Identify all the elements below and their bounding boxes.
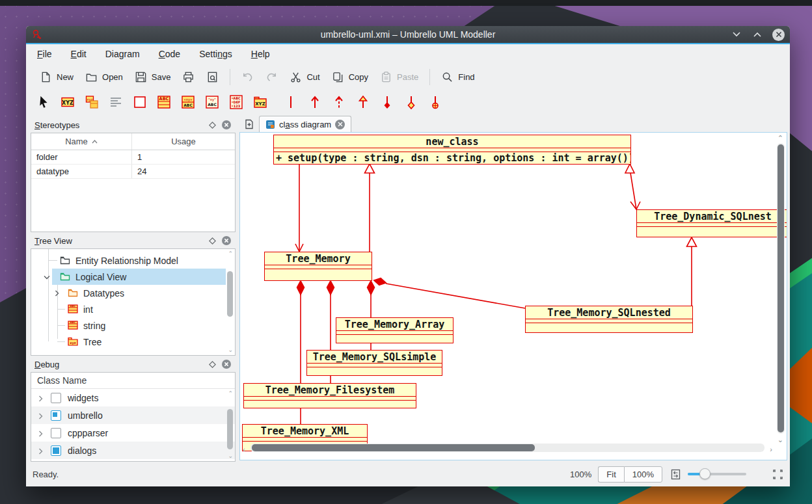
menu-code[interactable]: Code (159, 49, 180, 59)
select-tool[interactable] (35, 94, 52, 111)
relation-generalization-treedynamic-newclass[interactable] (625, 164, 640, 209)
redo-button[interactable] (260, 68, 284, 86)
datatype-tool[interactable]: "xy"ABC (204, 94, 221, 111)
tree-view-dock-header[interactable]: Tree View (30, 233, 236, 248)
minimize-icon[interactable] (731, 29, 742, 40)
tab-close-icon[interactable] (335, 120, 345, 129)
column-header-usage[interactable]: Usage (132, 133, 235, 150)
containment-tool[interactable] (427, 94, 444, 111)
uml-class-tree-memory-sqlsimple[interactable]: Tree_Memory_SQLsimple (306, 350, 442, 376)
debug-scrollbar[interactable] (227, 409, 233, 449)
chevron-right-icon[interactable] (36, 430, 44, 438)
object-tool[interactable]: xyz (83, 94, 100, 111)
uml-class-new-class[interactable]: new_class + setup(type : string, dsn : s… (273, 135, 631, 165)
chevron-down-icon[interactable] (43, 273, 51, 281)
save-button[interactable]: Save (129, 68, 177, 86)
menu-help[interactable]: Help (251, 49, 270, 59)
debug-dock-header[interactable]: Debug (30, 356, 236, 372)
zoom-slider[interactable] (688, 473, 746, 475)
menu-file[interactable]: File (37, 49, 52, 59)
class-compartments-tool[interactable]: ABC (156, 94, 172, 111)
float-dock-icon[interactable] (209, 361, 216, 368)
association-tool[interactable] (282, 94, 299, 111)
directed-association-tool[interactable] (306, 94, 323, 111)
menu-edit[interactable]: Edit (71, 49, 87, 59)
close-dock-icon[interactable] (221, 359, 232, 369)
chevron-right-icon[interactable] (36, 395, 44, 403)
scroll-down-icon[interactable]: ⌄ (228, 347, 233, 353)
stereotypes-dock-header[interactable]: Stereotypes (30, 117, 236, 133)
print-preview-button[interactable] (200, 68, 224, 86)
maximize-icon[interactable] (751, 29, 763, 40)
scroll-up-icon[interactable]: ⌃ (228, 391, 233, 397)
fit-button[interactable]: Fit (598, 466, 623, 483)
float-dock-icon[interactable] (209, 237, 216, 245)
debug-column-header[interactable]: Class Name (31, 373, 235, 389)
close-dock-icon[interactable] (221, 235, 232, 246)
uml-class-tree-memory-array[interactable]: Tree_Memory_Array (336, 317, 453, 343)
scroll-up-icon[interactable]: ⌃ (778, 134, 783, 142)
uml-class-tree-dynamic-sqlnest[interactable]: Tree_Dynamic_SQLnest (636, 209, 787, 237)
relation-composition-treememory-sqlnested[interactable] (372, 276, 525, 308)
tree-item-datatypes[interactable]: Datatypes (31, 285, 226, 301)
open-button[interactable]: Open (79, 68, 129, 86)
debug-item-widgets[interactable]: widgets (31, 389, 235, 406)
close-icon[interactable] (772, 29, 785, 41)
new-tab-button[interactable] (239, 116, 259, 132)
text-tool[interactable] (107, 94, 124, 111)
relation-association-newclass-treememory[interactable] (295, 165, 303, 252)
canvas-vertical-scrollbar[interactable] (777, 143, 785, 434)
chevron-right-icon[interactable] (36, 447, 44, 455)
interface-tool[interactable]: «xy»ABC (180, 94, 196, 111)
generalization-tool[interactable] (355, 94, 372, 111)
debug-item-umbrello[interactable]: umbrello (31, 406, 235, 424)
debug-item-dialogs[interactable]: dialogs (31, 442, 235, 459)
diagram-canvas[interactable]: new_class + setup(type : string, dsn : s… (239, 132, 787, 460)
tab-class-diagram[interactable]: class diagram (259, 116, 351, 132)
zoom-100-button[interactable]: 100% (624, 466, 662, 483)
chevron-right-icon[interactable] (36, 412, 44, 420)
print-button[interactable] (176, 68, 200, 86)
composition-tool[interactable] (379, 94, 396, 111)
relation-generalization-treememory-newclass[interactable] (365, 164, 375, 252)
expand-corners-icon[interactable] (772, 469, 783, 480)
scroll-right-icon[interactable]: › (770, 445, 772, 453)
chevron-right-icon[interactable] (53, 289, 61, 297)
column-header-name[interactable]: Name (31, 133, 132, 150)
relation-generalization-sqlnested-treedynamic[interactable] (687, 237, 697, 306)
uml-class-tree-memory-filesystem[interactable]: Tree_Memory_Filesystem (243, 383, 416, 408)
stereotype-row[interactable]: folder 1 (31, 150, 235, 165)
aggregation-tool[interactable] (403, 94, 420, 111)
cut-button[interactable]: Cut (284, 68, 325, 86)
close-dock-icon[interactable] (221, 120, 232, 130)
scroll-down-icon[interactable]: ⌄ (228, 453, 233, 459)
menu-settings[interactable]: Settings (199, 49, 232, 59)
tree-item-int[interactable]: ABC int (31, 301, 226, 317)
undo-button[interactable] (236, 68, 260, 86)
stereotype-row[interactable]: datatype 24 (31, 165, 235, 179)
uml-class-tree-memory[interactable]: Tree_Memory (264, 252, 372, 281)
new-button[interactable]: New (34, 68, 79, 86)
stereotypes-table-header[interactable]: Name Usage (31, 133, 235, 150)
zoom-fit-page-icon[interactable] (670, 469, 681, 480)
tree-item-logical-view[interactable]: Logical View (52, 269, 226, 285)
tree-item-string[interactable]: ABC string (31, 317, 226, 334)
float-dock-icon[interactable] (209, 122, 216, 129)
dependency-tool[interactable] (331, 94, 347, 111)
titlebar[interactable]: umbrello-uml.xmi – Umbrello UML Modeller (26, 26, 790, 44)
checkbox-unchecked[interactable] (51, 428, 61, 438)
box-tool[interactable] (131, 94, 148, 111)
canvas-horizontal-scrollbar[interactable] (250, 444, 765, 452)
scroll-left-icon[interactable]: ‹ (243, 445, 245, 453)
paste-button[interactable]: Paste (374, 68, 424, 86)
zoom-slider-handle[interactable] (699, 468, 710, 479)
enum-tool[interactable]: ABCDEF123 (228, 94, 245, 111)
package-tool[interactable]: XYZ (252, 94, 269, 111)
scroll-up-icon[interactable]: ⌃ (228, 251, 233, 257)
class-tool[interactable]: XYZ (59, 94, 76, 111)
menu-diagram[interactable]: Diagram (105, 49, 140, 59)
copy-button[interactable]: Copy (326, 68, 374, 86)
tree-item-entity-relationship-model[interactable]: Entity Relationship Model (31, 252, 226, 269)
checkbox-partial[interactable] (51, 410, 61, 421)
checkbox-checked[interactable] (51, 445, 61, 456)
